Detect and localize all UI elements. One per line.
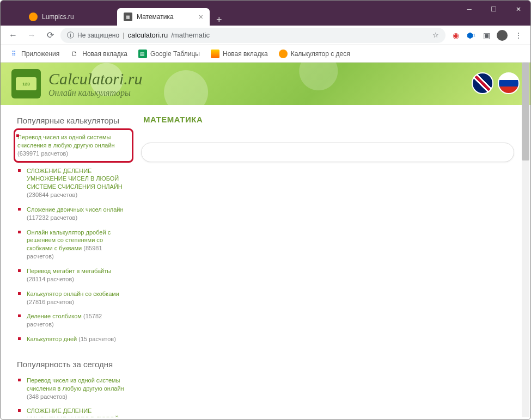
image-icon xyxy=(211,50,219,58)
sheets-icon: ▤ xyxy=(138,50,147,58)
bookmark-label: Новая вкладка xyxy=(223,50,268,58)
minimize-button[interactable]: ─ xyxy=(457,1,481,18)
site-logo[interactable]: 123 xyxy=(11,69,41,98)
profile-avatar[interactable] xyxy=(497,30,508,41)
site-header: 123 Calculatori.ru Онлайн калькуляторы xyxy=(1,63,530,105)
tab-lumpics[interactable]: Lumpics.ru xyxy=(22,8,115,26)
back-button[interactable]: ← xyxy=(5,27,21,44)
window-controls: ─ ☐ ✕ xyxy=(457,1,530,18)
bookmark-label: Google Таблицы xyxy=(150,50,200,58)
sidebar-item: Перевод чисел из одной системы счисления… xyxy=(17,374,130,405)
sidebar-link[interactable]: Калькулятор онлайн со скобками (27816 ра… xyxy=(27,291,119,305)
orange-icon xyxy=(279,50,288,58)
bookmark-label: Калькулятор с деся xyxy=(291,50,350,58)
sidebar-link[interactable]: Перевод чисел из одной системы счисления… xyxy=(27,377,124,400)
url-path: /mathematic xyxy=(171,31,210,39)
sidebar-item: Перевод мегабит в мегабайты (28114 расче… xyxy=(17,265,130,288)
bookmark-label: Новая вкладка xyxy=(82,50,127,58)
close-icon[interactable]: × xyxy=(199,13,203,21)
sidebar-count: (639971 расчетов) xyxy=(17,150,68,157)
page-heading: МАТЕМАТИКА xyxy=(143,115,514,124)
url-field[interactable]: ⓘ Не защищено | calculatori.ru/mathemati… xyxy=(60,28,445,43)
security-label: Не защищено xyxy=(77,32,119,39)
url-host: calculatori.ru xyxy=(128,31,168,39)
bookmark-item[interactable]: Калькулятор с деся xyxy=(274,47,355,60)
sidebar-count: (15 расчетов) xyxy=(78,336,116,342)
scrollbar-thumb[interactable] xyxy=(522,63,529,160)
sidebar-link[interactable]: СЛОЖЕНИЕ ДЕЛЕНИЕ УМНОЖЕНИЕ ЧИСЕЛ В ЛЮБОЙ… xyxy=(27,407,123,417)
sidebar-link[interactable]: Деление столбиком (15782 расчетов) xyxy=(27,313,102,328)
sidebar-count: (28114 расчетов) xyxy=(27,276,74,282)
bookmark-item[interactable]: Новая вкладка xyxy=(206,47,272,60)
sidebar-item: Онлайн калькулятор дробей с решением со … xyxy=(17,226,130,265)
bookmark-label: Приложения xyxy=(21,50,59,58)
language-switcher xyxy=(472,72,520,94)
favicon-icon: ▦ xyxy=(124,13,132,21)
sidebar: Популярные калькуляторы Перевод чисел из… xyxy=(17,112,130,417)
sidebar-item: Сложение двоичных чисел онлайн (117232 р… xyxy=(17,203,130,226)
extension-icon[interactable]: ◉ xyxy=(451,30,461,40)
close-button[interactable]: ✕ xyxy=(506,1,530,18)
sidebar-link[interactable]: СЛОЖЕНИЕ ДЕЛЕНИЕ УМНОЖЕНИЕ ЧИСЕЛ В ЛЮБОЙ… xyxy=(27,168,123,199)
bookmark-item[interactable]: ▤ Google Таблицы xyxy=(134,47,204,60)
vertical-scrollbar[interactable] xyxy=(522,63,529,417)
main-column: МАТЕМАТИКА xyxy=(141,112,514,417)
toolbar-icons: ◉ ⬢1 ▣ ⋮ xyxy=(448,30,526,41)
apps-icon: ⠿ xyxy=(9,50,18,58)
sidebar-item: СЛОЖЕНИЕ ДЕЛЕНИЕ УМНОЖЕНИЕ ЧИСЕЛ В ЛЮБОЙ… xyxy=(17,165,130,203)
sidebar-link[interactable]: Перевод чисел из одной системы счисления… xyxy=(17,134,115,157)
tab-title: Математика xyxy=(137,13,174,21)
tab-title: Lumpics.ru xyxy=(42,13,74,21)
site-subtitle: Онлайн калькуляторы xyxy=(48,88,143,98)
maximize-button[interactable]: ☐ xyxy=(481,1,506,18)
bookmark-item[interactable]: 🗋 Новая вкладка xyxy=(66,47,132,60)
sidebar-item: Перевод чисел из одной системы счисления… xyxy=(14,128,133,163)
new-tab-button[interactable]: + xyxy=(212,14,227,26)
sidebar-item: Деление столбиком (15782 расчетов) xyxy=(17,310,130,333)
calculator-icon: 123 xyxy=(16,77,36,90)
sidebar-item: Калькулятор дней (15 расчетов) xyxy=(17,333,130,348)
extension-icon[interactable]: ⬢1 xyxy=(466,30,476,40)
tab-mathematics[interactable]: ▦ Математика × xyxy=(117,8,210,26)
browser-tabs-row: Lumpics.ru ▦ Математика × + ─ ☐ ✕ xyxy=(1,5,530,26)
bookmarks-bar: ⠿ Приложения 🗋 Новая вкладка ▤ Google Та… xyxy=(1,45,530,63)
sidebar-count: (27816 расчетов) xyxy=(27,299,74,305)
sidebar-count: (15782 расчетов) xyxy=(27,313,102,328)
menu-button[interactable]: ⋮ xyxy=(513,30,523,40)
sidebar-count: (230844 расчетов) xyxy=(27,192,77,198)
bookmark-star-icon[interactable]: ☆ xyxy=(432,31,439,39)
sidebar-count: (85981 расчетов) xyxy=(27,245,102,260)
reload-button[interactable]: ⟳ xyxy=(42,27,58,44)
sidebar-link[interactable]: Онлайн калькулятор дробей с решением со … xyxy=(27,229,111,260)
sidebar-heading-popular: Популярные калькуляторы xyxy=(17,116,130,125)
page-content: 123 Calculatori.ru Онлайн калькуляторы П… xyxy=(1,63,530,417)
sidebar-list-today: Перевод чисел из одной системы счисления… xyxy=(17,374,130,417)
search-or-content-box[interactable] xyxy=(141,143,514,162)
flag-uk-icon[interactable] xyxy=(472,72,493,94)
sidebar-list-popular: Перевод чисел из одной системы счисления… xyxy=(17,128,130,348)
flag-ru-icon[interactable] xyxy=(498,72,520,94)
window-titlebar xyxy=(1,1,530,5)
info-icon: ⓘ xyxy=(67,30,74,40)
sidebar-link[interactable]: Сложение двоичных чисел онлайн (117232 р… xyxy=(27,206,124,221)
sidebar-link[interactable]: Калькулятор дней (15 расчетов) xyxy=(27,336,116,342)
sidebar-link[interactable]: Перевод мегабит в мегабайты (28114 расче… xyxy=(27,268,111,282)
sidebar-item: Калькулятор онлайн со скобками (27816 ра… xyxy=(17,288,130,311)
page-icon: 🗋 xyxy=(70,50,79,58)
extension-icon[interactable]: ▣ xyxy=(481,30,491,40)
sidebar-item: СЛОЖЕНИЕ ДЕЛЕНИЕ УМНОЖЕНИЕ ЧИСЕЛ В ЛЮБОЙ… xyxy=(17,405,130,417)
bookmark-apps[interactable]: ⠿ Приложения xyxy=(5,47,64,60)
address-bar: ← → ⟳ ⓘ Не защищено | calculatori.ru/mat… xyxy=(1,26,530,45)
sidebar-count: (117232 расчетов) xyxy=(27,214,77,221)
favicon-icon xyxy=(29,13,38,21)
sidebar-heading-today: Популярность за сегодня xyxy=(17,360,130,369)
sidebar-count: (348 расчетов) xyxy=(27,393,68,400)
forward-button[interactable]: → xyxy=(23,27,40,44)
site-title: Calculatori.ru xyxy=(48,70,143,88)
